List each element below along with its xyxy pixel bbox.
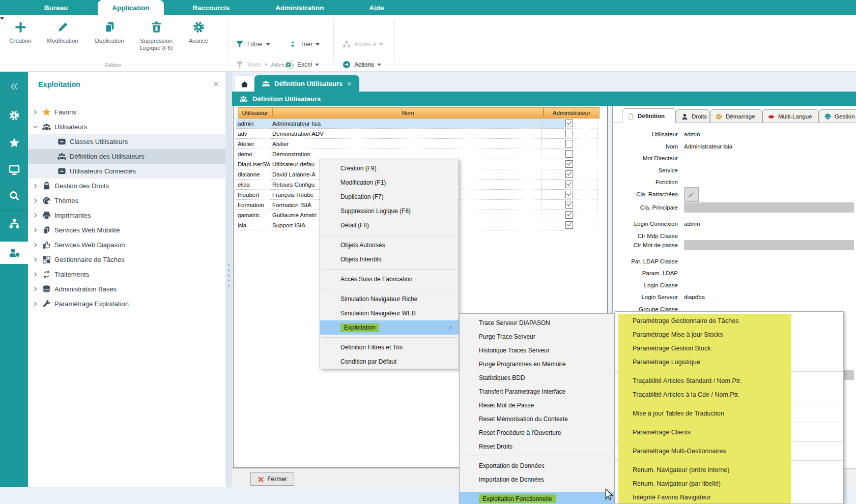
suppression-button[interactable]: Suppression Logique (F6) [133, 20, 180, 52]
chevron-right-icon[interactable] [32, 286, 39, 292]
table-row[interactable]: demoDémonstration [236, 149, 565, 159]
menu-item-transfert-parametrage-interface[interactable]: Transfert Parametrage Interface [460, 384, 614, 398]
rail-item-monitor-icon[interactable] [0, 159, 28, 181]
chevron-right-icon[interactable] [32, 212, 39, 219]
sidebar-item-services-web-mobilit-[interactable]: Services Web Mobilité [28, 223, 225, 238]
sidebar-item-services-web-diapason[interactable]: Services Web Diapason [28, 238, 225, 252]
menu-item-param-trage-gestionnaire-de-t-ches[interactable]: Paramétrage Gestionnaire de Tâches [615, 314, 843, 328]
classes-rattachees-button[interactable] [684, 187, 699, 202]
splitter-handle[interactable] [228, 280, 230, 281]
detail-tab-gestion[interactable]: Gestion [819, 109, 856, 123]
menu-item-renum-navigateur-ordre-interne-[interactable]: Renum. Navigateur (ordre interne) [615, 463, 843, 477]
menu-item-exploitation[interactable]: Exploitation [320, 320, 459, 335]
menu-item-param-trage-gestion-stock[interactable]: Paramétrage Gestion Stock [615, 341, 843, 355]
sidebar-item-classes-utilisateurs[interactable]: Classes Utilisateurs [28, 134, 225, 149]
menu-item-tra-abilit-articles-standard-nom-ptr-[interactable]: Traçabilité Articles Standard / Nom.Ptr. [615, 374, 843, 388]
menu-item-tra-abilit-articles-la-cde-nom-ptr-[interactable]: Traçabilité Articles à la Cde / Nom.Ptr. [615, 388, 843, 401]
menu-item-param-trage-mise-jour-stocks[interactable]: Paramétrage Mise à jour Stocks [615, 328, 843, 341]
table-row[interactable]: advDémonstration ADV [236, 129, 565, 139]
rail-item-star-icon[interactable] [0, 132, 28, 154]
menu-item-d-tail-f8-[interactable]: Détail (F8) [320, 218, 459, 232]
filtrer-button[interactable]: Filtrer [235, 39, 270, 49]
menu-tab-bureau[interactable]: Bureau [32, 0, 80, 15]
sidebar-item-param-trage-exploitation[interactable]: Paramétrage Exploitation [28, 297, 225, 311]
menu-item-statistiques-bdd[interactable]: Statistiques BDD [460, 371, 614, 384]
menu-item-historique-traces-serveur[interactable]: Historique Traces Serveur [460, 343, 614, 357]
modification-button[interactable]: Modification [39, 20, 86, 44]
menu-item-duplication-f7-[interactable]: Duplication (F7) [320, 190, 459, 204]
rail-item-chevrons-left-icon[interactable] [0, 75, 28, 98]
admin-checkbox[interactable] [565, 120, 573, 127]
column-header-utilisateur[interactable]: Utilisateur [238, 107, 272, 118]
duplication-button[interactable]: Duplication [86, 20, 133, 44]
menu-item-exploitation-fonctionnelle[interactable]: Exploitation Fonctionnelle [460, 492, 614, 504]
menu-item-reset-mot-de-passe[interactable]: Reset Mot de Passe [460, 398, 614, 412]
menu-tab-administration[interactable]: Administration [264, 0, 335, 15]
sidebar-splitter[interactable] [225, 72, 232, 487]
menu-item-trace-serveur-diapason[interactable]: Trace Serveur DIAPASON [460, 316, 614, 330]
admin-checkbox[interactable] [565, 191, 573, 198]
splitter-handle[interactable] [228, 285, 230, 286]
menu-item-simulation-navigateur-web[interactable]: Simulation Navigateur WEB [320, 306, 459, 320]
chevron-right-icon[interactable] [32, 256, 39, 263]
admin-checkbox[interactable] [565, 221, 573, 229]
avancé-button[interactable]: Avancé [175, 20, 222, 44]
menu-item-param-trage-clients[interactable]: Paramétrage Clients [615, 425, 843, 439]
menu-item-acc-s-suivi-de-fabrication[interactable]: Accès Suivi de Fabrication [320, 272, 459, 286]
splitter-handle[interactable] [228, 270, 230, 271]
sidebar-item-traitements[interactable]: Traitements [28, 267, 225, 282]
home-tab[interactable] [234, 75, 254, 92]
menu-item-importation-de-donn-es[interactable]: Importation de Données [460, 472, 614, 486]
chevron-right-icon[interactable] [32, 109, 39, 115]
rail-item-user-shield-icon[interactable] [0, 242, 28, 264]
menu-item-int-grit-favoris-navigateur[interactable]: Intégrité Favoris Navigateur [615, 490, 843, 504]
menu-item-modification-f1-[interactable]: Modification (F1) [320, 175, 459, 190]
splitter-handle[interactable] [228, 264, 230, 266]
chevron-right-icon[interactable] [32, 242, 39, 248]
menu-item-objets-autoris-s[interactable]: Objets Autorisés [320, 238, 459, 252]
chevron-right-icon[interactable] [32, 183, 39, 189]
menu-item-mise-jour-tables-de-traduction[interactable]: Mise à jour Tables de Traduction [615, 406, 843, 420]
menu-item-reset-droits[interactable]: Reset Droits [460, 439, 614, 453]
menu-item-simulation-navigateur-riche[interactable]: Simulation Navigateur Riche [320, 292, 459, 306]
menu-item-purge-trace-serveur[interactable]: Purge Trace Serveur [460, 330, 614, 343]
close-tab-icon[interactable] [347, 81, 352, 86]
column-header-administrateur[interactable]: Administrateur [544, 107, 600, 118]
rail-item-wheel-icon[interactable] [0, 104, 28, 127]
close-button[interactable]: Fermer [250, 472, 294, 486]
detail-tab-droits[interactable]: Droits [676, 109, 710, 123]
detail-tab-multi-langue[interactable]: Multi-Langue [762, 109, 819, 123]
table-row[interactable]: AtelierAtelier [236, 139, 565, 149]
menu-item-cr-ation-f9-[interactable]: Création (F9) [320, 161, 459, 175]
menu-item-reset-m-morisation-du-contexte[interactable]: Reset Mémorisation du Contexte [460, 412, 614, 426]
menu-item-renum-navigateur-par-libell-[interactable]: Renum. Navigateur (par libellé) [615, 477, 843, 490]
menu-item-suppression-logique-f6-[interactable]: Suppression Logique (F6) [320, 204, 459, 218]
chevron-right-icon[interactable] [32, 271, 39, 278]
menu-item-objets-interdits[interactable]: Objets Interdits [320, 252, 459, 266]
detail-tab-définition[interactable]: Définition [622, 108, 676, 123]
admin-checkbox[interactable] [565, 130, 573, 137]
sidebar-item-utilisateurs[interactable]: Utilisateurs [28, 120, 225, 134]
admin-checkbox[interactable] [565, 170, 573, 178]
table-row[interactable]: adminAdministrateur Isia [236, 118, 565, 129]
menu-tab-raccourcis[interactable]: Raccourcis [183, 0, 239, 15]
column-header-nom[interactable]: Nom [272, 107, 544, 118]
trier-button[interactable]: Trier [288, 39, 320, 49]
sidebar-item-imprimantes[interactable]: Imprimantes [28, 208, 225, 223]
chevron-right-icon[interactable] [32, 227, 39, 233]
chevron-down-icon[interactable] [32, 124, 39, 130]
menu-item-param-trage-logistique[interactable]: Paramétrage Logistique [615, 355, 843, 369]
sidebar-close-icon[interactable] [211, 79, 220, 88]
sidebar-item-gestion-des-droits[interactable]: Gestion des Droits [28, 179, 225, 193]
admin-checkbox[interactable] [565, 150, 573, 158]
admin-checkbox[interactable] [565, 211, 573, 219]
rail-item-sitemap-icon[interactable] [0, 213, 28, 235]
splitter-handle[interactable] [228, 275, 230, 276]
admin-checkbox[interactable] [565, 140, 573, 147]
menu-item-purge-programmes-en-m-moire[interactable]: Purge Programmes en Mémoire [460, 357, 614, 371]
sidebar-item-favoris[interactable]: Favoris [28, 105, 225, 120]
menu-tab-application[interactable]: Application [98, 0, 164, 15]
admin-checkbox[interactable] [565, 201, 573, 209]
sidebar-item-utilisateurs-connect-s[interactable]: Utilisateurs Connectés [28, 164, 225, 179]
sidebar-item-d-finition-des-utilisateurs[interactable]: Définition des Utilisateurs [28, 149, 225, 164]
